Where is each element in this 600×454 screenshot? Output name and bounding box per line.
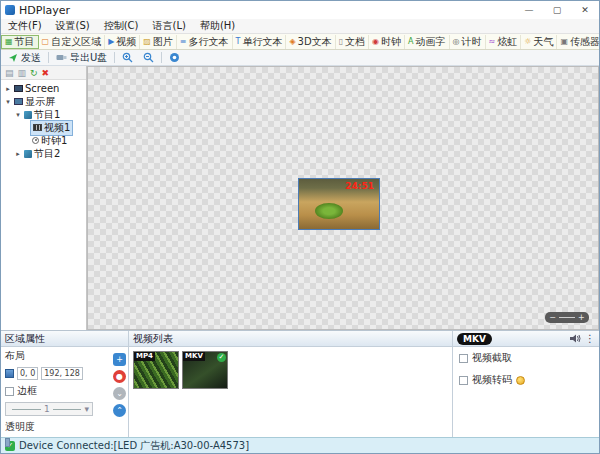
menu-control[interactable]: 控制(C) [97,19,146,33]
expand-arrow-icon[interactable]: ▾ [14,111,22,119]
video-thumbnail-mkv[interactable]: MKV ✓ [182,351,228,389]
sensor-icon: ▣ [560,38,568,46]
gear-icon [169,52,180,63]
line-sample [53,409,82,410]
zoom-out-glyph[interactable]: − [549,313,556,323]
add-button[interactable]: + [113,353,126,366]
zoom-in-glyph[interactable]: + [578,313,585,323]
tab-weather[interactable]: ☼天气 [521,35,557,49]
selected-check-icon: ✓ [217,353,226,362]
header-right-icons: ⋮ [570,333,595,344]
more-icon[interactable]: ⋮ [585,333,595,344]
tab-singleline-text[interactable]: T单行文本 [233,35,287,49]
video-crop-row: 视频截取 [453,347,599,369]
tab-clock[interactable]: ◉时钟 [369,35,405,49]
zoom-track[interactable] [559,317,575,318]
video-region-preview[interactable]: 24:51 [298,178,380,230]
image-icon: ▨ [143,38,151,46]
hdplayer-window: HDPlayer — ▢ ✕ 文件(F) 设置(S) 控制(C) 语言(L) 帮… [0,0,600,454]
format-badge: MKV [183,352,205,361]
zoom-out-button[interactable] [140,52,157,63]
menu-help[interactable]: 帮助(H) [193,19,242,33]
action-bar: 发送 导出U盘 [1,50,599,66]
video-thumbnail-mp4[interactable]: MP4 [133,351,179,389]
format-badge: MP4 [134,352,155,361]
menu-file[interactable]: 文件(F) [1,19,49,33]
canvas-zoom-slider[interactable]: − + [545,312,589,323]
tree-item-clock1[interactable]: 时钟1 [1,134,86,147]
tab-program[interactable]: ▦节目 [1,35,39,49]
send-button[interactable]: 发送 [5,51,44,65]
refresh-icon[interactable]: ↻ [30,68,38,78]
tree-item-video1[interactable]: 视频1 [1,121,86,134]
close-button[interactable]: ✕ [571,1,599,19]
paste-icon[interactable]: ▥ [18,68,27,78]
position-field[interactable]: 0, 0 [17,367,38,380]
tab-custom-area[interactable]: ▢自定义区域 [39,35,106,49]
tab-3d-text[interactable]: ◈3D文本 [286,35,335,49]
tab-sensor[interactable]: ▣传感器 [557,35,599,49]
animated-text-icon: A [408,38,413,46]
maximize-button[interactable]: ▢ [543,1,571,19]
delete-icon[interactable]: ✖ [42,68,50,78]
hint-icon[interactable] [516,376,525,385]
settings-button[interactable] [166,52,183,63]
tab-image[interactable]: ▨图片 [140,35,177,49]
design-canvas[interactable]: 24:51 − + [87,66,599,330]
tab-neon[interactable]: ≈炫虹 [486,35,522,49]
border-row: 边框 [1,382,128,400]
program-icon [24,150,32,158]
separator [161,52,162,63]
opacity-slider-handle[interactable] [5,438,10,447]
program-icon: ▦ [5,38,13,46]
export-usb-button[interactable]: 导出U盘 [53,51,110,65]
main-area: ▤ ▥ ↻ ✖ ▸ Screen ▾ 显示屏 ▾ [1,66,599,330]
move-down-button[interactable]: ⌄ [113,387,126,400]
layout-label-row: 布局 [1,347,128,365]
expand-arrow-icon[interactable]: ▸ [4,85,12,93]
line-sample [12,409,41,410]
neon-icon: ≈ [489,38,496,46]
clock-overlay: 24:51 [345,181,374,191]
separator [48,52,49,63]
delete-button[interactable]: ● [113,370,126,383]
title-bar: HDPlayer — ▢ ✕ [1,1,599,19]
copy-icon[interactable]: ▤ [5,68,14,78]
tree-toolbar: ▤ ▥ ↻ ✖ [1,66,86,80]
region-properties-header: 区域属性 [1,331,128,347]
size-field[interactable]: 192, 128 [41,367,83,380]
move-up-button[interactable]: ⌃ [113,404,126,417]
status-bar: ✓ Device Connected:[LED 广告机:A30-00-A4573… [1,437,599,453]
tab-multiline-text[interactable]: ≡多行文本 [177,35,233,49]
tab-document[interactable]: ▯文档 [336,35,369,49]
format-badge: MKV [457,333,492,345]
expand-arrow-icon[interactable]: ▸ [14,150,22,158]
expand-arrow-icon[interactable]: ▾ [4,98,12,106]
region-properties-panel: 区域属性 布局 0, 0 192, 128 边框 1 ▾ [1,331,129,437]
border-style-dropdown[interactable]: 1 ▾ [5,402,93,416]
tree-item-program2[interactable]: ▸ 节目2 [1,147,86,160]
border-checkbox[interactable] [5,387,14,396]
menu-language[interactable]: 语言(L) [146,19,193,33]
tree-item-screen[interactable]: ▸ Screen [1,82,86,95]
video-frame-content [315,203,343,219]
tab-timer[interactable]: ◎计时 [450,35,486,49]
video-properties-panel: MKV ⋮ 视频截取 视频转码 [453,331,599,437]
video-transcode-row: 视频转码 [453,369,599,391]
video-icon: ▶ [108,38,114,46]
clock-icon [32,137,39,144]
3d-text-icon: ◈ [289,38,295,46]
tab-video[interactable]: ▶视频 [105,35,140,49]
minimize-button[interactable]: — [515,1,543,19]
video-crop-checkbox[interactable] [459,354,468,363]
send-icon [8,53,18,63]
menu-settings[interactable]: 设置(S) [49,19,97,33]
list-control-buttons: + ● ⌄ ⌃ [113,353,126,417]
tab-animated-text[interactable]: A动画字 [405,35,449,49]
content-tab-bar: ▦节目 ▢自定义区域 ▶视频 ▨图片 ≡多行文本 T单行文本 ◈3D文本 ▯文档… [1,34,599,50]
tree-item-display[interactable]: ▾ 显示屏 [1,95,86,108]
video-transcode-checkbox[interactable] [459,376,468,385]
zoom-in-button[interactable] [119,52,136,63]
video-list-body: MP4 MKV ✓ [129,347,452,393]
speaker-icon[interactable] [570,334,581,343]
